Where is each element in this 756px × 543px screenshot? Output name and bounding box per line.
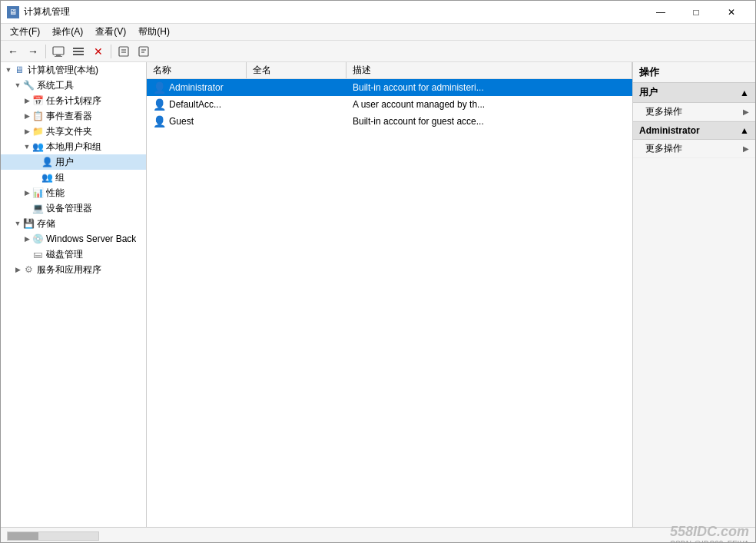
watermark-area: 558IDC.com CSDN @IDC02_FEIYA — [670, 524, 749, 544]
cell-guest-fullname — [247, 120, 346, 123]
cell-defacc-fullname — [247, 103, 346, 106]
tree-toggle-storage[interactable]: ▼ — [13, 219, 22, 228]
tree-users-label: 用户 — [55, 156, 74, 169]
toolbar-sep1 — [45, 45, 46, 58]
tree-shared-folders[interactable]: ▶ 📁 共享文件夹 — [1, 124, 146, 139]
local-ug-icon: 👥 — [32, 141, 44, 153]
window-title: 计算机管理 — [24, 5, 70, 18]
tree-device-manager[interactable]: 💻 设备管理器 — [1, 200, 146, 216]
actions-users-more-label: 更多操作 — [645, 105, 682, 118]
tree-groups[interactable]: 👥 组 — [1, 170, 146, 185]
tree-toggle-shared[interactable]: ▶ — [22, 127, 32, 136]
tree-toggle-task[interactable]: ▶ — [22, 96, 32, 105]
list-row-administrator[interactable]: 👤 Administrator Built-in account for adm… — [147, 79, 632, 96]
menu-action[interactable]: 操作(A) — [46, 24, 89, 40]
svg-rect-9 — [139, 47, 148, 56]
cell-guest-name: 👤 Guest — [147, 114, 247, 129]
tree-toggle-wsb[interactable]: ▶ — [22, 234, 32, 243]
col-header-name[interactable]: 名称 — [147, 62, 247, 78]
tree-users[interactable]: 👤 用户 — [1, 154, 146, 170]
main-layout: ▼ 🖥 计算机管理(本地) ▼ 🔧 系统工具 ▶ 📅 任务计划程序 ▶ 📋 事件… — [1, 62, 755, 527]
guest-user-icon: 👤 — [153, 115, 166, 127]
tree-toggle-localug[interactable]: ▼ — [22, 142, 32, 151]
actions-users-more-arrow: ▶ — [743, 108, 749, 116]
actions-users-more[interactable]: 更多操作 ▶ — [633, 103, 755, 121]
tree-services[interactable]: ▶ ⚙ 服务和应用程序 — [1, 262, 146, 277]
tree-event-viewer[interactable]: ▶ 📋 事件查看器 — [1, 108, 146, 124]
cell-admin-name: 👤 Administrator — [147, 80, 247, 95]
perf-icon: 📊 — [32, 187, 44, 199]
tree-system-tools[interactable]: ▼ 🔧 系统工具 — [1, 78, 146, 93]
tree-wsb-label: Windows Server Back — [46, 233, 136, 244]
cell-defacc-desc: A user account managed by th... — [346, 98, 632, 111]
tree-toggle-root[interactable]: ▼ — [4, 65, 13, 74]
col-header-fullname[interactable]: 全名 — [247, 62, 346, 78]
menu-help[interactable]: 帮助(H) — [132, 24, 176, 40]
admin-user-icon: 👤 — [153, 81, 166, 94]
col-header-desc[interactable]: 描述 — [346, 62, 632, 78]
tree-device-label: 设备管理器 — [46, 202, 92, 215]
toolbar-back[interactable]: ← — [4, 43, 22, 60]
toolbar-forward[interactable]: → — [24, 43, 42, 60]
tree-toggle-users — [32, 157, 41, 167]
title-bar: 🖥 计算机管理 — □ ✕ — [1, 1, 755, 24]
tree-root-label: 计算机管理(本地) — [28, 64, 98, 77]
svg-rect-4 — [73, 51, 84, 52]
cell-guest-desc: Built-in account for guest acce... — [346, 114, 632, 128]
tree-pane: ▼ 🖥 计算机管理(本地) ▼ 🔧 系统工具 ▶ 📅 任务计划程序 ▶ 📋 事件… — [1, 62, 147, 527]
tree-toggle-system[interactable]: ▼ — [13, 81, 22, 90]
tree-storage-label: 存储 — [37, 217, 55, 230]
tree-toggle-device — [22, 204, 32, 213]
tree-performance[interactable]: ▶ 📊 性能 — [1, 185, 146, 200]
shared-icon: 📁 — [32, 125, 44, 137]
cell-defacc-name: 👤 DefaultAcc... — [147, 97, 247, 112]
actions-admin-more[interactable]: 更多操作 ▶ — [633, 140, 755, 158]
tree-groups-label: 组 — [55, 171, 65, 184]
tree-toggle-perf[interactable]: ▶ — [22, 188, 32, 197]
toolbar-list[interactable] — [69, 43, 88, 60]
defacc-user-icon: 👤 — [153, 98, 166, 111]
close-button[interactable]: ✕ — [714, 1, 749, 24]
list-pane: 名称 全名 描述 👤 Administrator Built-in accoun… — [147, 62, 632, 527]
toolbar-computer[interactable] — [49, 43, 68, 60]
toolbar-delete[interactable]: ✕ — [89, 43, 108, 60]
tree-localug-label: 本地用户和组 — [46, 141, 101, 154]
tree-toggle-services[interactable]: ▶ — [13, 265, 22, 274]
task-icon: 📅 — [32, 94, 44, 107]
toolbar-prop1[interactable] — [114, 43, 133, 60]
tree-task-scheduler[interactable]: ▶ 📅 任务计划程序 — [1, 93, 146, 108]
tree-perf-label: 性能 — [46, 187, 65, 200]
list-row-guest[interactable]: 👤 Guest Built-in account for guest acce.… — [147, 113, 632, 130]
status-scrollbar[interactable] — [7, 531, 99, 541]
svg-rect-3 — [73, 48, 84, 49]
svg-rect-0 — [53, 47, 64, 55]
tree-disk-label: 磁盘管理 — [46, 248, 83, 261]
status-bar: 558IDC.com CSDN @IDC02_FEIYA — [1, 527, 755, 543]
tree-toggle-event[interactable]: ▶ — [22, 111, 32, 121]
tree-local-users-groups[interactable]: ▼ 👥 本地用户和组 — [1, 139, 146, 154]
menu-view[interactable]: 查看(V) — [89, 24, 132, 40]
tree-services-label: 服务和应用程序 — [37, 263, 101, 276]
maximize-button[interactable]: □ — [678, 1, 714, 24]
list-header: 名称 全名 描述 — [147, 62, 632, 79]
menu-file[interactable]: 文件(F) — [4, 24, 46, 40]
actions-section-users-arrow: ▲ — [740, 88, 749, 98]
list-row-defaultacc[interactable]: 👤 DefaultAcc... A user account managed b… — [147, 96, 632, 113]
toolbar-prop2[interactable] — [134, 43, 153, 60]
tree-disk-mgmt[interactable]: 🖴 磁盘管理 — [1, 247, 146, 262]
event-icon: 📋 — [32, 110, 44, 122]
tree-task-label: 任务计划程序 — [46, 94, 101, 108]
disk-icon: 🖴 — [32, 248, 44, 260]
tree-root[interactable]: ▼ 🖥 计算机管理(本地) — [1, 62, 146, 78]
svg-rect-2 — [55, 56, 62, 57]
minimize-button[interactable]: — — [643, 1, 678, 24]
tree-storage[interactable]: ▼ 💾 存储 — [1, 216, 146, 231]
services-icon: ⚙ — [22, 263, 35, 276]
computer-icon: 🖥 — [13, 64, 25, 76]
svg-rect-6 — [119, 47, 128, 56]
actions-section-admin[interactable]: Administrator ▲ — [633, 121, 755, 140]
tree-wsb[interactable]: ▶ 💿 Windows Server Back — [1, 231, 146, 247]
actions-header: 操作 — [633, 62, 755, 82]
groups-icon: 👥 — [41, 171, 53, 184]
actions-section-users[interactable]: 用户 ▲ — [633, 82, 755, 103]
